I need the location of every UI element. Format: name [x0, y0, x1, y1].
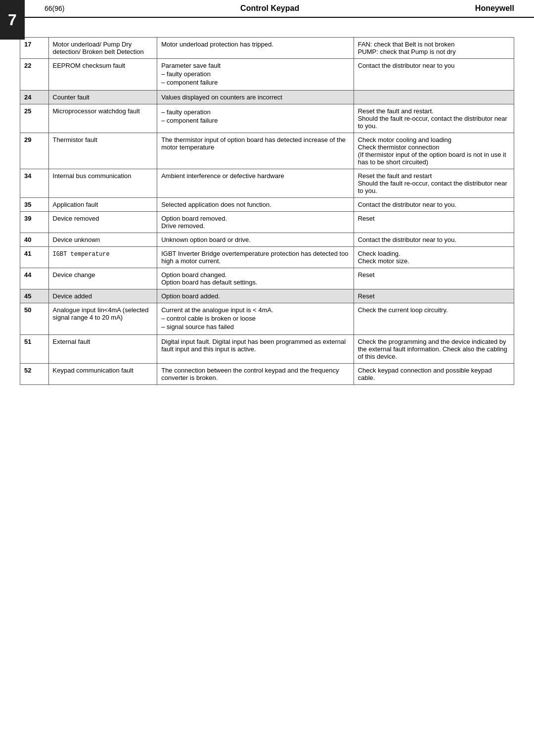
fault-cause: Values displayed on counters are incorre… [157, 91, 354, 104]
fault-cause: IGBT Inverter Bridge overtemperature pro… [157, 247, 354, 268]
fault-number: 51 [20, 335, 49, 364]
fault-cause: Option board removed.Drive removed. [157, 212, 354, 233]
fault-number: 29 [20, 133, 49, 169]
fault-name: Internal bus communication [48, 169, 157, 198]
content-area: 17Motor underload/ Pump Dry detection/ B… [0, 27, 534, 405]
fault-remedy: Reset [354, 268, 514, 289]
table-row: 39Device removedOption board removed.Dri… [20, 212, 514, 233]
fault-cause: Motor underload protection has tripped. [157, 38, 354, 59]
brand-name: Honeywell [475, 4, 514, 13]
chapter-tab: 7 [0, 0, 25, 40]
table-row: 34Internal bus communicationAmbient inte… [20, 169, 514, 198]
cause-list: faulty operationcomponent failure [161, 108, 350, 124]
fault-remedy: Contact the distributor near to you. [354, 198, 514, 212]
cause-list-item: signal source has failed [161, 323, 350, 331]
fault-remedy: Check the current loop circuitry. [354, 303, 514, 335]
table-row: 51External faultDigital input fault. Dig… [20, 335, 514, 364]
table-row: 22EEPROM checksum faultParameter save fa… [20, 59, 514, 91]
fault-name: EEPROM checksum fault [48, 59, 157, 91]
cause-list: faulty operationcomponent failure [161, 70, 350, 86]
cause-list-item: faulty operation [161, 70, 350, 78]
fault-number: 34 [20, 169, 49, 198]
table-row: 40Device unknownUnknown option board or … [20, 233, 514, 247]
table-row: 50Analogue input Iin<4mA (selected signa… [20, 303, 514, 335]
fault-name: Microprocessor watchdog fault [48, 104, 157, 133]
page-wrapper: 7 66(96) Control Keypad Honeywell 17Moto… [0, 0, 534, 405]
table-row: 24Counter faultValues displayed on count… [20, 91, 514, 104]
table-row: 44Device changeOption board changed.Opti… [20, 268, 514, 289]
fault-name: Keypad communication fault [48, 364, 157, 385]
fault-number: 39 [20, 212, 49, 233]
fault-remedy: Contact the distributor near to you. [354, 233, 514, 247]
fault-name: Motor underload/ Pump Dry detection/ Bro… [48, 38, 157, 59]
fault-number: 22 [20, 59, 49, 91]
page-number: 66(96) [44, 4, 64, 12]
fault-name: Counter fault [48, 91, 157, 104]
fault-number: 44 [20, 268, 49, 289]
fault-number: 50 [20, 303, 49, 335]
fault-cause: Selected application does not function. [157, 198, 354, 212]
fault-number: 45 [20, 289, 49, 303]
fault-number: 41 [20, 247, 49, 268]
fault-cause: The thermistor input of option board has… [157, 133, 354, 169]
fault-cause: Ambient interference or defective hardwa… [157, 169, 354, 198]
fault-number: 52 [20, 364, 49, 385]
fault-name: Device added [48, 289, 157, 303]
fault-number: 35 [20, 198, 49, 212]
table-row: 17Motor underload/ Pump Dry detection/ B… [20, 38, 514, 59]
fault-cause: faulty operationcomponent failure [157, 104, 354, 133]
fault-name: Thermistor fault [48, 133, 157, 169]
fault-remedy: FAN: check that Belt is not brokenPUMP: … [354, 38, 514, 59]
fault-remedy: Reset the fault and restartShould the fa… [354, 169, 514, 198]
cause-list-item: control cable is broken or loose [161, 315, 350, 322]
fault-number: 24 [20, 91, 49, 104]
fault-remedy: Check motor cooling and loadingCheck the… [354, 133, 514, 169]
fault-cause: The connection between the control keypa… [157, 364, 354, 385]
fault-cause: Option board changed.Option board has de… [157, 268, 354, 289]
fault-cause: Unknown option board or drive. [157, 233, 354, 247]
fault-name: Analogue input Iin<4mA (selected signal … [48, 303, 157, 335]
fault-remedy: Check loading.Check motor size. [354, 247, 514, 268]
table-row: 29Thermistor faultThe thermistor input o… [20, 133, 514, 169]
fault-name: Device change [48, 268, 157, 289]
fault-name: IGBT temperature [48, 247, 157, 268]
cause-list-item: faulty operation [161, 108, 350, 116]
fault-number: 25 [20, 104, 49, 133]
fault-remedy [354, 91, 514, 104]
fault-name: Application fault [48, 198, 157, 212]
fault-table: 17Motor underload/ Pump Dry detection/ B… [20, 37, 514, 385]
table-row: 52Keypad communication faultThe connecti… [20, 364, 514, 385]
table-row: 25Microprocessor watchdog faultfaulty op… [20, 104, 514, 133]
table-row: 35Application faultSelected application … [20, 198, 514, 212]
fault-name: External fault [48, 335, 157, 364]
fault-cause: Digital input fault. Digital input has b… [157, 335, 354, 364]
fault-remedy: Check keypad connection and possible key… [354, 364, 514, 385]
fault-name: Device removed [48, 212, 157, 233]
chapter-number: 7 [8, 11, 17, 29]
fault-name: Device unknown [48, 233, 157, 247]
fault-number: 17 [20, 38, 49, 59]
table-row: 45Device addedOption board added.Reset [20, 289, 514, 303]
page-title: Control Keypad [240, 4, 299, 13]
cause-list-item: component failure [161, 79, 350, 86]
fault-remedy: Reset [354, 289, 514, 303]
cause-list-item: component failure [161, 117, 350, 124]
top-bar: 7 66(96) Control Keypad Honeywell [0, 0, 534, 27]
fault-cause: Current at the analogue input is < 4mA.c… [157, 303, 354, 335]
fault-cause: Option board added. [157, 289, 354, 303]
fault-remedy: Reset the fault and restart.Should the f… [354, 104, 514, 133]
fault-cause: Parameter save faultfaulty operationcomp… [157, 59, 354, 91]
fault-number: 40 [20, 233, 49, 247]
cause-list: control cable is broken or loosesignal s… [161, 315, 350, 331]
fault-remedy: Reset [354, 212, 514, 233]
table-row: 41IGBT temperatureIGBT Inverter Bridge o… [20, 247, 514, 268]
fault-remedy: Check the programming and the device ind… [354, 335, 514, 364]
fault-remedy: Contact the distributor near to you [354, 59, 514, 91]
